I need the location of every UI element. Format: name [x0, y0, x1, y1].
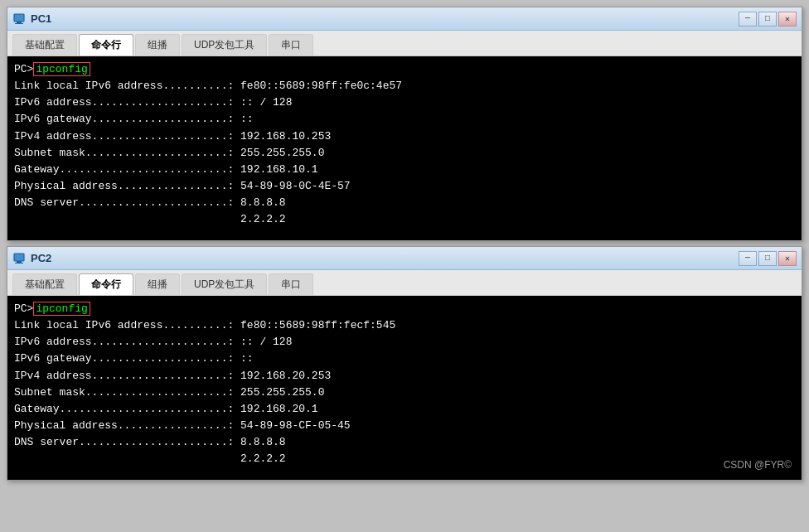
- terminal-line-2-pc1: IPv6 address.....................: :: / …: [14, 94, 795, 111]
- terminal-line-7-pc1: Physical address.................: 54-89…: [14, 178, 795, 195]
- title-bar-pc2: PC2 ─ □ ✕: [7, 247, 802, 270]
- terminal-line-9-pc1: 2.2.2.2: [14, 211, 795, 228]
- title-buttons-pc1: ─ □ ✕: [739, 12, 797, 27]
- window-title-pc1: PC1: [31, 12, 739, 25]
- minimize-button-pc1[interactable]: ─: [739, 12, 757, 27]
- terminal-line-8-pc2: DNS server.......................: 8.8.8…: [14, 434, 795, 451]
- tab-serial-pc1[interactable]: 串口: [269, 34, 313, 56]
- svg-rect-2: [15, 23, 23, 24]
- restore-button-pc1[interactable]: □: [758, 12, 777, 27]
- terminal-line-7-pc2: Physical address.................: 54-89…: [14, 418, 795, 434]
- tab-udp-tool-pc2[interactable]: UDP发包工具: [182, 273, 267, 295]
- window-title-pc2: PC2: [31, 252, 739, 264]
- terminal-line-8-pc1: DNS server.......................: 8.8.8…: [14, 195, 795, 211]
- svg-rect-3: [14, 254, 24, 261]
- window-pc2: PC2 ─ □ ✕ 基础配置 命令行 组播 UDP发包工具 串口 PC>ipco…: [7, 246, 802, 481]
- svg-rect-1: [17, 22, 22, 23]
- title-buttons-pc2: ─ □ ✕: [739, 251, 797, 266]
- tab-command-line-pc2[interactable]: 命令行: [79, 273, 133, 295]
- tab-udp-tool-pc1[interactable]: UDP发包工具: [182, 34, 267, 56]
- tab-multicast-pc2[interactable]: 组播: [135, 273, 180, 295]
- terminal-line-2-pc2: IPv6 address.....................: :: / …: [14, 334, 795, 351]
- terminal-prompt-pc1: PC>ipconfig: [14, 61, 795, 78]
- close-button-pc1[interactable]: ✕: [778, 12, 797, 27]
- command-highlight-pc2: ipconfig: [33, 302, 90, 316]
- terminal-prompt-pc2: PC>ipconfig: [14, 301, 795, 317]
- terminal-line-6-pc1: Gateway..........................: 192.1…: [14, 162, 795, 178]
- tab-bar-pc1: 基础配置 命令行 组播 UDP发包工具 串口: [7, 31, 802, 56]
- tab-basic-config-pc1[interactable]: 基础配置: [12, 34, 77, 56]
- terminal-line-9-pc2: 2.2.2.2: [14, 451, 795, 467]
- close-button-pc2[interactable]: ✕: [778, 251, 797, 266]
- terminal-line-3-pc2: IPv6 gateway.....................: ::: [14, 351, 795, 367]
- pc1-icon: [12, 12, 26, 26]
- tab-command-line-pc1[interactable]: 命令行: [79, 34, 133, 56]
- tab-serial-pc2[interactable]: 串口: [269, 273, 313, 295]
- pc2-icon: [12, 252, 26, 265]
- minimize-button-pc2[interactable]: ─: [739, 251, 757, 266]
- tab-multicast-pc1[interactable]: 组播: [135, 34, 180, 56]
- terminal-line-4-pc2: IPv4 address.....................: 192.1…: [14, 368, 795, 384]
- terminal-line-5-pc1: Subnet mask......................: 255.2…: [14, 145, 795, 162]
- tab-basic-config-pc2[interactable]: 基础配置: [12, 273, 77, 295]
- terminal-line-3-pc1: IPv6 gateway.....................: ::: [14, 111, 795, 128]
- terminal-line-1-pc1: Link local IPv6 address..........: fe80:…: [14, 78, 795, 94]
- terminal-line-6-pc2: Gateway..........................: 192.1…: [14, 401, 795, 418]
- terminal-line-4-pc1: IPv4 address.....................: 192.1…: [14, 128, 795, 145]
- terminal-line-1-pc2: Link local IPv6 address..........: fe80:…: [14, 317, 795, 334]
- title-bar-pc1: PC1 ─ □ ✕: [7, 7, 802, 31]
- terminal-pc1[interactable]: PC>ipconfig Link local IPv6 address.....…: [7, 56, 802, 240]
- terminal-pc2[interactable]: PC>ipconfig Link local IPv6 address.....…: [7, 296, 802, 480]
- command-highlight-pc1: ipconfig: [33, 62, 90, 76]
- restore-button-pc2[interactable]: □: [758, 251, 777, 266]
- svg-rect-5: [15, 263, 23, 264]
- svg-rect-0: [14, 14, 24, 22]
- watermark: CSDN @FYR©: [724, 457, 792, 473]
- terminal-line-5-pc2: Subnet mask......................: 255.2…: [14, 384, 795, 401]
- svg-rect-4: [17, 261, 22, 263]
- window-pc1: PC1 ─ □ ✕ 基础配置 命令行 组播 UDP发包工具 串口 PC>ipco…: [7, 7, 802, 241]
- tab-bar-pc2: 基础配置 命令行 组播 UDP发包工具 串口: [7, 270, 802, 296]
